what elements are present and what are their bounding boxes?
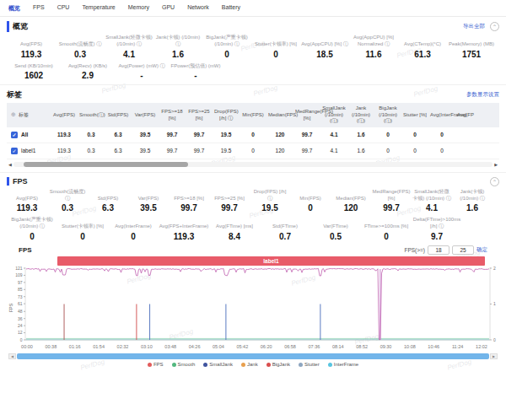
overview-metrics-row1: Avg(FPS)119.3Smooth(流畅度) ⓘ0.3SmallJank(轻…	[7, 35, 499, 59]
legend-item-BigJank[interactable]: BigJank	[266, 362, 290, 367]
cell-value: 99.7	[159, 148, 186, 153]
chart-label-banner: label1	[57, 256, 485, 266]
chart-scroll-right-icon[interactable]: ▶	[490, 353, 498, 359]
row-label: label1	[21, 148, 35, 153]
cell-value: 99.7	[293, 132, 320, 137]
overview-section-title: 概览	[7, 21, 28, 32]
metric-value: 0	[291, 203, 330, 213]
chart-scrollbar-thumb[interactable]	[17, 353, 489, 359]
fps-threshold-input-2[interactable]	[452, 245, 474, 255]
legend-item-Smooth[interactable]: Smooth	[172, 362, 196, 367]
metric-value: 0	[252, 50, 299, 59]
svg-text:36: 36	[18, 316, 23, 321]
column-header: Smooth(ⓘ)	[78, 112, 105, 119]
metric-label: Avg(FPS)	[8, 41, 55, 48]
cell-value: 99.7	[186, 132, 213, 137]
metric-label: Send (KB/10min)	[8, 63, 60, 70]
cell-value: 120	[266, 148, 293, 153]
metric-value: -	[116, 71, 168, 80]
metric: FPower(预估值) (mW)-	[169, 63, 223, 81]
nav-tab-GPU[interactable]: GPU	[162, 4, 175, 13]
svg-text:1: 1	[493, 301, 496, 306]
labels-column-header: 标签	[19, 112, 29, 119]
fps-threshold-filter: FPS(>=) 确定	[404, 245, 487, 255]
legend-label: SmallJank	[209, 362, 233, 367]
legend-label: InterFrame	[334, 362, 358, 367]
metric-label: BigJank(严重卡顿) (/10min) ⓘ	[8, 217, 57, 230]
x-tick-label: 03:48	[164, 344, 176, 349]
metric: BigJank(严重卡顿) (/10min) ⓘ0	[7, 217, 57, 241]
metric: Avg(InterFrame)0	[108, 217, 159, 241]
x-tick-label: 00:00	[21, 344, 33, 349]
metric-label: Jank(卡顿) (/10min) ⓘ	[154, 35, 202, 48]
metric: FPS>=18 [%]99.7	[169, 189, 209, 213]
x-tick-label: 10:46	[428, 344, 439, 349]
metric-value: 0	[109, 232, 158, 241]
legend-label: Jank	[247, 362, 258, 367]
x-tick-label: 12:02	[476, 344, 487, 349]
metric-value: 9.7	[412, 232, 461, 241]
nav-tab-Temperature[interactable]: Temperature	[82, 4, 115, 13]
metric: Avg(AppCPU) [%] Normalized ⓘ11.6	[349, 35, 398, 59]
nav-tab-概览[interactable]: 概览	[8, 4, 20, 13]
cell-value: 0	[428, 132, 455, 137]
cell-value: 1.6	[347, 148, 374, 153]
table-scrollbar[interactable]: ◀ ▶	[8, 161, 498, 169]
nav-tab-Battery[interactable]: Battery	[222, 4, 240, 13]
metric-value: 1.6	[453, 203, 492, 213]
collapse-overview-icon[interactable]: ⌃	[490, 22, 499, 31]
table-scrollbar-thumb[interactable]	[24, 162, 188, 167]
scroll-left-icon[interactable]: ◀	[8, 162, 12, 167]
cell-value: 99.7	[293, 148, 320, 153]
metric-label: Min(FPS)	[291, 196, 330, 202]
legend-item-Stutter[interactable]: Stutter	[299, 362, 320, 367]
metric-label: MedRange(FPS)[%]	[372, 189, 411, 202]
legend-item-FPS[interactable]: FPS	[148, 362, 164, 367]
cell-value: 19.5	[213, 132, 240, 137]
nav-tab-CPU[interactable]: CPU	[57, 4, 70, 13]
fps-section: FPS ⌃ Avg(FPS)119.3Smooth(流畅度) ⓘ0.3Std(F…	[0, 172, 506, 367]
column-header: Avg(InterFrame)	[428, 112, 455, 119]
chart-scrollbar[interactable]: ◀ ▶	[8, 353, 498, 359]
nav-tab-Memory[interactable]: Memory	[128, 4, 149, 13]
cell-value: 0	[374, 148, 401, 153]
metric: Smooth(流畅度) ⓘ0.3	[47, 189, 88, 213]
fps-chart-title: FPS	[19, 246, 32, 254]
threshold-confirm-button[interactable]: 确定	[476, 246, 487, 254]
legend-item-InterFrame[interactable]: InterFrame	[328, 362, 358, 367]
cell-value: 0	[374, 132, 401, 137]
nav-tab-FPS[interactable]: FPS	[33, 4, 45, 13]
metric-value: 1602	[8, 71, 60, 80]
metric: FTime>=100ms [%]0	[361, 217, 412, 241]
x-tick-label: 02:32	[117, 344, 129, 349]
metric: Avg(Recv) (KB/s)2.9	[61, 63, 115, 81]
export-all-link[interactable]: 导出全部	[463, 23, 485, 30]
row-checkbox[interactable]: ✓	[11, 148, 18, 154]
x-tick-label: 01:16	[69, 344, 81, 349]
legend-item-Jank[interactable]: Jank	[241, 362, 258, 367]
metric: Peak(Memory) (MB)1751	[447, 35, 496, 59]
metric-label: FPS>=25 [%]	[210, 196, 249, 202]
legend-label: Smooth	[178, 362, 196, 367]
column-header: Median(FPS)	[266, 112, 293, 119]
svg-text:85: 85	[18, 287, 23, 292]
scroll-right-icon[interactable]: ▶	[494, 162, 498, 167]
x-tick-label: 03:10	[141, 344, 153, 349]
legend-dot-icon	[148, 363, 152, 367]
parameter-display-settings-link[interactable]: 参数显示设置	[466, 91, 499, 99]
row-checkbox[interactable]: ✓	[11, 132, 18, 138]
fps-threshold-input-1[interactable]	[428, 245, 449, 255]
metric-value: 99.7	[372, 203, 411, 213]
chart-scroll-left-icon[interactable]: ◀	[8, 353, 16, 359]
metric-value: 0.3	[57, 50, 104, 59]
metric-label: BigJank(严重卡顿) (/10min) ⓘ	[203, 35, 250, 48]
metric: Smooth(流畅度) ⓘ0.3	[56, 35, 105, 59]
collapse-fps-icon[interactable]: ⌃	[490, 177, 499, 186]
table-scrollbar-track[interactable]	[13, 162, 493, 167]
legend-item-SmallJank[interactable]: SmallJank	[203, 362, 233, 367]
label-settings-icon[interactable]: ⊕	[11, 111, 16, 119]
svg-text:109: 109	[15, 272, 23, 277]
metric: Avg(FPS+InterFrame)119.3	[159, 217, 209, 241]
nav-tab-Network[interactable]: Network	[187, 4, 209, 13]
metric: Median(FPS)120	[331, 189, 371, 213]
